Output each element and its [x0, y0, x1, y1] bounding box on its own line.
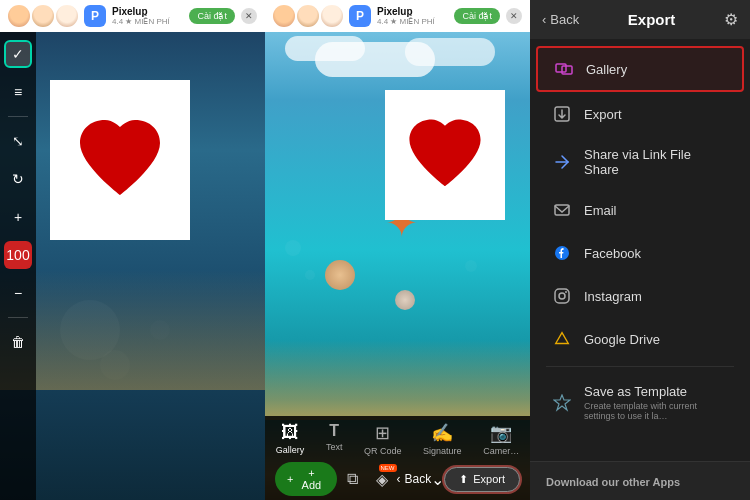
menu-item-google-drive[interactable]: Google Drive — [536, 318, 744, 360]
tab-text[interactable]: T Text — [326, 422, 343, 456]
shell-2 — [395, 290, 415, 310]
bottom-tabs: 🖼 Gallery T Text ⊞ QR Code ✍ Signature 📷… — [265, 422, 530, 456]
menu-item-export[interactable]: Export — [536, 93, 744, 135]
heart-image-left — [70, 115, 170, 205]
plus-icon: + — [287, 473, 293, 485]
share-link-menu-label: Share via Link File Share — [584, 147, 728, 177]
resize-button[interactable]: ⤡ — [4, 127, 32, 155]
right-footer: Download our other Apps — [530, 461, 750, 500]
save-template-label: Save as Template — [584, 384, 728, 399]
right-panel: ‹ Back Export ⚙ Gallery — [530, 0, 750, 500]
add-label: + Add — [297, 467, 325, 491]
google-drive-menu-icon — [552, 329, 572, 349]
mid-ad-close-button[interactable]: ✕ — [506, 8, 522, 24]
tab-qrcode[interactable]: ⊞ QR Code — [364, 422, 402, 456]
tab-signature[interactable]: ✍ Signature — [423, 422, 462, 456]
mid-ad-app-name: Pixelup — [377, 6, 435, 17]
middle-panel: ✦ P Pixelup 4.4 ★ MIỄN PHÍ Cài đặt ✕ 🖼 G… — [265, 0, 530, 500]
ad-text: Pixelup 4.4 ★ MIỄN PHÍ — [112, 6, 170, 26]
effects-icon: ◈ — [376, 470, 388, 489]
mid-ad-avatar-2 — [297, 5, 319, 27]
menu-item-save-template[interactable]: Save as Template Create template with cu… — [536, 373, 744, 432]
svg-point-7 — [565, 291, 567, 293]
brush-size-label: 100 — [6, 247, 29, 263]
right-header: ‹ Back Export ⚙ — [530, 0, 750, 39]
export-icon: ⬆ — [459, 473, 468, 486]
effects-button[interactable]: ◈ NEW — [367, 464, 397, 494]
rotate-button[interactable]: ↻ — [4, 165, 32, 193]
email-menu-icon — [552, 200, 572, 220]
camera-tab-icon: 📷 — [490, 422, 512, 444]
export-label: Export — [473, 473, 505, 485]
menu-item-facebook[interactable]: Facebook — [536, 232, 744, 274]
tab-gallery[interactable]: 🖼 Gallery — [276, 422, 305, 456]
menu-item-gallery[interactable]: Gallery — [536, 46, 744, 92]
ad-app-name: Pixelup — [112, 6, 170, 17]
middle-back-button[interactable]: ‹ Back — [397, 472, 432, 486]
left-ad-close-button[interactable]: ✕ — [241, 8, 257, 24]
ad-rating: 4.4 ★ MIỄN PHÍ — [112, 17, 170, 26]
brush-size-button[interactable]: 100 — [4, 241, 32, 269]
svg-rect-5 — [555, 289, 569, 303]
text-tab-icon: T — [329, 422, 339, 440]
save-template-text: Save as Template Create template with cu… — [584, 384, 728, 421]
chevron-down-icon: ⌄ — [431, 470, 444, 489]
minus-icon: − — [14, 285, 22, 301]
delete-button[interactable]: 🗑 — [4, 328, 32, 356]
svg-rect-3 — [555, 205, 569, 215]
qrcode-tab-label: QR Code — [364, 446, 402, 456]
right-panel-title: Export — [579, 11, 724, 28]
gallery-menu-label: Gallery — [586, 62, 627, 77]
facebook-menu-label: Facebook — [584, 246, 641, 261]
add-button[interactable]: + — [4, 203, 32, 231]
tab-camera[interactable]: 📷 Camer… — [483, 422, 519, 456]
right-back-button[interactable]: ‹ Back — [542, 12, 579, 27]
gallery-tab-label: Gallery — [276, 445, 305, 455]
layers-button[interactable]: ⧉ — [337, 464, 367, 494]
mid-ad-avatar-3 — [321, 5, 343, 27]
svg-rect-1 — [562, 66, 572, 74]
export-menu-label: Export — [584, 107, 622, 122]
toolbar-divider-2 — [8, 317, 28, 318]
menu-button[interactable]: ≡ — [4, 78, 32, 106]
left-toolbar: ✓ ≡ ⤡ ↻ + 100 − 🗑 — [0, 32, 36, 500]
facebook-menu-icon — [552, 243, 572, 263]
export-button[interactable]: ⬆ Export — [444, 467, 520, 492]
save-template-sublabel: Create template with current settings to… — [584, 401, 728, 421]
export-menu-list: Gallery Export Share via Link File Share — [530, 39, 750, 461]
signature-tab-label: Signature — [423, 446, 462, 456]
qrcode-tab-icon: ⊞ — [375, 422, 390, 444]
menu-icon: ≡ — [14, 84, 22, 100]
middle-ad-banner: P Pixelup 4.4 ★ MIỄN PHÍ Cài đặt ✕ — [265, 0, 530, 32]
menu-item-share-link[interactable]: Share via Link File Share — [536, 136, 744, 188]
instagram-menu-icon — [552, 286, 572, 306]
layers-icon: ⧉ — [347, 470, 358, 488]
back-chevron-icon: ‹ — [397, 472, 401, 486]
settings-button[interactable]: ⚙ — [724, 10, 738, 29]
left-ad-install-button[interactable]: Cài đặt — [189, 8, 235, 24]
signature-tab-icon: ✍ — [431, 422, 453, 444]
gallery-tab-icon: 🖼 — [281, 422, 299, 443]
mid-ad-avatar-1 — [273, 5, 295, 27]
text-tab-label: Text — [326, 442, 343, 452]
mid-ad-logo: P — [349, 5, 371, 27]
left-ad-banner: P Pixelup 4.4 ★ MIỄN PHÍ Cài đặt ✕ — [0, 0, 265, 32]
mid-ad-install-button[interactable]: Cài đặt — [454, 8, 500, 24]
minus-button[interactable]: − — [4, 279, 32, 307]
check-button[interactable]: ✓ — [4, 40, 32, 68]
resize-icon: ⤡ — [12, 133, 24, 149]
heart-canvas-left — [50, 80, 190, 240]
mid-ad-rating: 4.4 ★ MIỄN PHÍ — [377, 17, 435, 26]
rotate-icon: ↻ — [12, 171, 24, 187]
menu-item-email[interactable]: Email — [536, 189, 744, 231]
add-element-button[interactable]: + + Add — [275, 462, 337, 496]
save-template-icon — [552, 393, 572, 413]
menu-item-instagram[interactable]: Instagram — [536, 275, 744, 317]
heart-image-middle — [400, 115, 490, 195]
menu-divider — [546, 366, 734, 367]
mid-ad-text: Pixelup 4.4 ★ MIỄN PHÍ — [377, 6, 435, 26]
toolbar-divider-1 — [8, 116, 28, 117]
left-panel: P Pixelup 4.4 ★ MIỄN PHÍ Cài đặt ✕ ✓ ≡ ⤡… — [0, 0, 265, 500]
email-menu-label: Email — [584, 203, 617, 218]
add-icon: + — [14, 209, 22, 225]
